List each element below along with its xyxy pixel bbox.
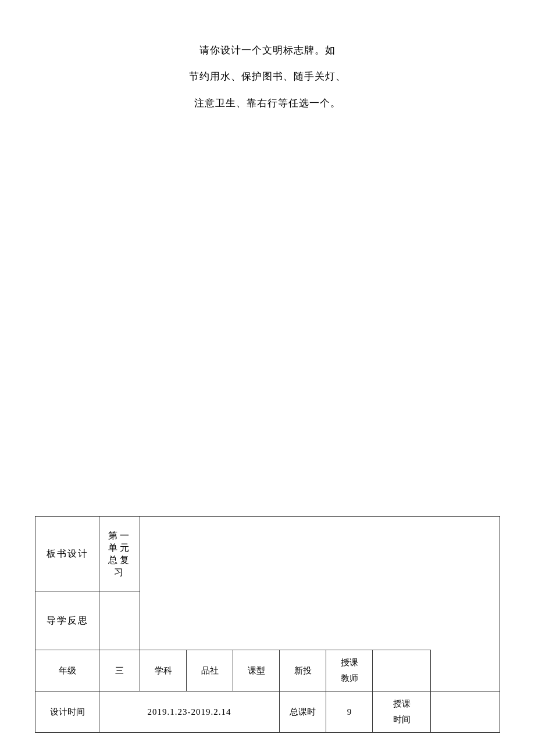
page-container: 请你设计一个文明标志牌。如 节约用水、保护图书、随手关灯、 注意卫生、靠右行等任… bbox=[0, 0, 535, 756]
zongkeshi-label: 总课时 bbox=[280, 691, 326, 733]
shoukeshijian-value bbox=[431, 691, 500, 733]
nianji-label: 年级 bbox=[35, 650, 99, 691]
daoxue-label: 导学反思 bbox=[35, 592, 99, 650]
spacer bbox=[35, 130, 500, 504]
text-line-1: 请你设计一个文明标志牌。如 bbox=[35, 40, 500, 61]
banshu-content: 第一单元总复习 bbox=[99, 517, 140, 592]
text-line-3: 注意卫生、靠右行等任选一个。 bbox=[35, 92, 500, 114]
kuxing-value: 新投 bbox=[280, 650, 326, 691]
xueke-label: 学科 bbox=[140, 650, 187, 691]
shejishijian-label: 设计时间 bbox=[35, 691, 99, 733]
table-row-daoxue: 导学反思 bbox=[35, 592, 500, 650]
zongkeshi-value: 9 bbox=[326, 691, 373, 733]
banshu-label: 板书设计 bbox=[35, 517, 99, 592]
text-section: 请你设计一个文明标志牌。如 节约用水、保护图书、随手关灯、 注意卫生、靠右行等任… bbox=[35, 35, 500, 119]
shouke-label: 授课教师 bbox=[326, 650, 373, 691]
main-table: 板书设计 第一单元总复习 导学反思 年级 三 学科 品社 课型 新投 授课教师 bbox=[35, 516, 500, 733]
daoxue-content bbox=[99, 592, 140, 650]
table-row-banshu: 板书设计 第一单元总复习 bbox=[35, 517, 500, 592]
table-row-design: 设计时间 2019.1.23-2019.2.14 总课时 9 授课时间 bbox=[35, 691, 500, 733]
shejishijian-value: 2019.1.23-2019.2.14 bbox=[99, 691, 280, 733]
kuxing-label: 课型 bbox=[233, 650, 280, 691]
text-line-2: 节约用水、保护图书、随手关灯、 bbox=[35, 66, 500, 87]
table-row-info: 年级 三 学科 品社 课型 新投 授课教师 bbox=[35, 650, 500, 691]
xueke-value: 品社 bbox=[187, 650, 233, 691]
table-section: 板书设计 第一单元总复习 导学反思 年级 三 学科 品社 课型 新投 授课教师 bbox=[35, 516, 500, 733]
shouke-value bbox=[373, 650, 431, 691]
shoukeshijian-label: 授课时间 bbox=[373, 691, 431, 733]
nianji-value: 三 bbox=[99, 650, 140, 691]
